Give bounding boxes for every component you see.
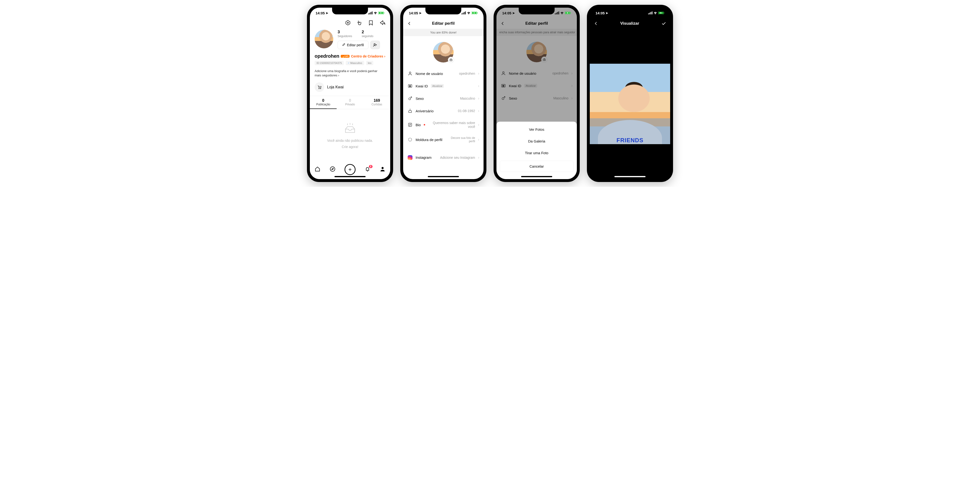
sheet-cancel[interactable]: Cancelar (500, 161, 573, 172)
row-frame[interactable]: Moldura de perfil Decore sua foto de per… (403, 132, 484, 147)
svg-rect-1 (369, 13, 370, 14)
settings-list: Nome de usuário opedrohen › ID Kwai ID A… (403, 67, 484, 164)
likes-label: Curtidas (363, 103, 390, 106)
location-icon: ➤ (512, 11, 515, 15)
avatar[interactable] (433, 42, 453, 62)
bio-hint-line2: mais seguidores › (315, 73, 385, 78)
zodiac-tag[interactable]: leo (366, 61, 374, 65)
phone-2-edit-profile: 14:05 ➤ Editar perfil You are 83% done! (400, 5, 487, 182)
stat-followers[interactable]: 3 Seguidores (337, 30, 352, 38)
camera-icon[interactable] (448, 57, 454, 63)
profile-tabs: 0 Publicação 0 Privado 169 Curtidas (310, 96, 390, 109)
sheet-view-photos[interactable]: Ver Fotos (500, 124, 573, 135)
sheet-take-photo[interactable]: Tirar uma Foto (500, 147, 573, 159)
svg-point-8 (347, 22, 348, 24)
private-count: 0 (337, 99, 363, 103)
status-time: 14:05 (595, 11, 605, 15)
nav-notifications-icon[interactable]: 8 (364, 166, 371, 173)
user-icon (407, 71, 413, 76)
wifi-icon (654, 11, 657, 15)
bio-value: Queremos saber mais sobre você (428, 121, 475, 129)
svg-rect-48 (664, 12, 664, 13)
kwai-id-pill: Atualizar (431, 84, 444, 88)
profile-header: 3 Seguidores 2 seguindo Editar perfil (310, 28, 390, 51)
header: Visualizar (590, 18, 670, 29)
avatar[interactable] (315, 30, 333, 48)
status-time: 14:05 (316, 11, 325, 15)
nav-discover-icon[interactable] (329, 166, 336, 173)
row-birthday[interactable]: Aniversário 01-08-1992 › (403, 105, 484, 117)
frame-icon (407, 137, 413, 142)
likes-count: 169 (363, 99, 390, 103)
svg-point-11 (320, 88, 321, 89)
chevron-right-icon: › (478, 109, 479, 113)
signal-icon (368, 11, 372, 15)
nav-create-button[interactable]: + (345, 164, 356, 175)
location-icon: ➤ (606, 11, 608, 15)
bookmark-icon[interactable] (368, 20, 374, 26)
frame-label: Moldura de perfil (415, 138, 442, 142)
svg-point-9 (374, 43, 375, 45)
chevron-right-icon: › (478, 155, 479, 160)
store-row[interactable]: Loja Kwai (310, 80, 390, 96)
svg-point-28 (409, 138, 412, 141)
id-tag[interactable]: ID:150000210704375 (315, 61, 344, 65)
home-indicator (614, 176, 646, 177)
row-username[interactable]: Nome de usuário opedrohen › (403, 67, 484, 80)
sheet-from-gallery[interactable]: Da Galeria (500, 135, 573, 147)
add-friend-button[interactable] (371, 41, 380, 49)
tab-posts[interactable]: 0 Publicação (310, 96, 337, 109)
nav-home-icon[interactable] (314, 166, 321, 173)
location-icon: ➤ (326, 11, 328, 15)
row-kwai-id[interactable]: ID Kwai ID Atualizar › (403, 80, 484, 92)
edit-profile-button[interactable]: Editar perfil (337, 41, 369, 49)
instagram-label: Instagram (415, 155, 432, 160)
settings-icon[interactable] (345, 20, 351, 26)
avatar-section (403, 36, 484, 67)
row-instagram[interactable]: Instagram Adicione seu Instagram › (403, 152, 484, 164)
page-title: Visualizar (599, 21, 660, 26)
share-icon[interactable] (379, 20, 385, 26)
svg-rect-30 (556, 13, 557, 14)
birthday-value: 01-08-1992 (436, 109, 475, 113)
preview-area[interactable]: FRIENDS (590, 29, 670, 179)
level-badge: 🔥LV1 (341, 55, 350, 58)
row-sex[interactable]: Sexo Masculino › (403, 92, 484, 105)
back-button[interactable] (593, 21, 599, 26)
bio-hint-line1: Adicione uma biografia e você poderá gan… (315, 69, 385, 73)
stat-following[interactable]: 2 seguindo (362, 30, 374, 38)
location-icon: ➤ (419, 11, 422, 15)
svg-point-10 (319, 88, 320, 89)
svg-text:ID: ID (409, 85, 411, 87)
edit-profile-label: Editar perfil (347, 43, 364, 47)
instagram-icon (407, 155, 413, 160)
tab-private[interactable]: 0 Privado (337, 96, 363, 109)
following-count: 2 (362, 30, 374, 35)
tab-likes[interactable]: 169 Curtidas (363, 96, 390, 109)
gender-tag[interactable]: ♂Masculino (346, 61, 364, 65)
creator-center-link[interactable]: Centro de Criadores › (351, 54, 385, 58)
empty-text-2: Crie agora! (342, 145, 358, 149)
nav-profile-icon[interactable] (379, 166, 386, 173)
followers-count: 3 (337, 30, 352, 35)
svg-rect-3 (372, 11, 372, 14)
confirm-button[interactable] (660, 20, 667, 27)
svg-rect-35 (570, 12, 571, 13)
sex-label: Sexo (415, 96, 424, 101)
notch (519, 8, 555, 14)
username-label: Nome de usuário (415, 72, 443, 76)
pointer-icon[interactable] (356, 20, 363, 26)
phone-1-profile: 14:05 ➤ (307, 5, 393, 182)
bio-hint[interactable]: Adicione uma biografia e você poderá gan… (310, 67, 390, 80)
cart-icon (315, 82, 324, 92)
row-bio[interactable]: Bio Queremos saber mais sobre você › (403, 117, 484, 132)
bio-label: Bio (415, 123, 421, 127)
wifi-icon (467, 11, 471, 15)
wifi-icon (560, 11, 564, 15)
sex-value: Masculino (426, 96, 475, 101)
header: Editar perfil (403, 18, 484, 29)
back-button[interactable] (407, 21, 413, 26)
svg-rect-31 (557, 12, 558, 14)
signal-icon (648, 11, 652, 15)
shirt-text: FRIENDS (598, 120, 662, 144)
